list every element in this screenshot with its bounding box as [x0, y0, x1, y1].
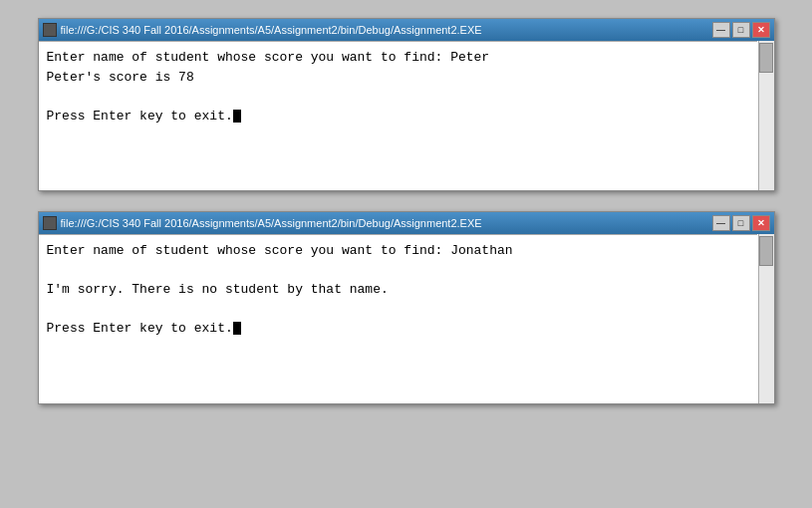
- scrollbar-thumb-1[interactable]: [759, 43, 773, 73]
- minimize-button-1[interactable]: —: [712, 22, 730, 38]
- console-line-2-5: Press Enter key to exit.: [47, 319, 749, 339]
- scrollbar-2[interactable]: [758, 234, 774, 403]
- console-line-2-2: [47, 261, 749, 281]
- title-bar-1: file:///G:/CIS 340 Fall 2016/Assignments…: [39, 19, 774, 41]
- cursor-1: [233, 110, 241, 123]
- window-icon-1: [43, 23, 57, 37]
- console-output-1: Enter name of student whose score you wa…: [39, 41, 757, 190]
- cursor-2: [233, 322, 241, 335]
- scrollbar-1[interactable]: [758, 41, 774, 190]
- console-output-2: Enter name of student whose score you wa…: [39, 234, 757, 403]
- console-window-2: file:///G:/CIS 340 Fall 2016/Assignments…: [38, 211, 775, 404]
- title-text-2: file:///G:/CIS 340 Fall 2016/Assignments…: [61, 217, 708, 229]
- console-line-1-1: Enter name of student whose score you wa…: [47, 48, 749, 68]
- console-line-2-4: [47, 300, 749, 320]
- console-body-2: Enter name of student whose score you wa…: [39, 234, 774, 403]
- scrollbar-thumb-2[interactable]: [759, 236, 773, 266]
- window-controls-1: — □ ✕: [712, 22, 770, 38]
- minimize-button-2[interactable]: —: [712, 215, 730, 231]
- console-line-1-2: Peter's score is 78: [47, 68, 749, 88]
- window-controls-2: — □ ✕: [712, 215, 770, 231]
- window-icon-2: [43, 216, 57, 230]
- console-window-1: file:///G:/CIS 340 Fall 2016/Assignments…: [38, 18, 775, 191]
- close-button-2[interactable]: ✕: [752, 215, 770, 231]
- title-text-1: file:///G:/CIS 340 Fall 2016/Assignments…: [61, 24, 708, 36]
- maximize-button-1[interactable]: □: [732, 22, 750, 38]
- close-button-1[interactable]: ✕: [752, 22, 770, 38]
- console-body-1: Enter name of student whose score you wa…: [39, 41, 774, 190]
- console-line-2-3: I'm sorry. There is no student by that n…: [47, 280, 749, 300]
- console-line-2-1: Enter name of student whose score you wa…: [47, 241, 749, 261]
- console-line-1-4: Press Enter key to exit.: [47, 107, 749, 127]
- console-line-1-3: [47, 87, 749, 107]
- title-bar-2: file:///G:/CIS 340 Fall 2016/Assignments…: [39, 212, 774, 234]
- maximize-button-2[interactable]: □: [732, 215, 750, 231]
